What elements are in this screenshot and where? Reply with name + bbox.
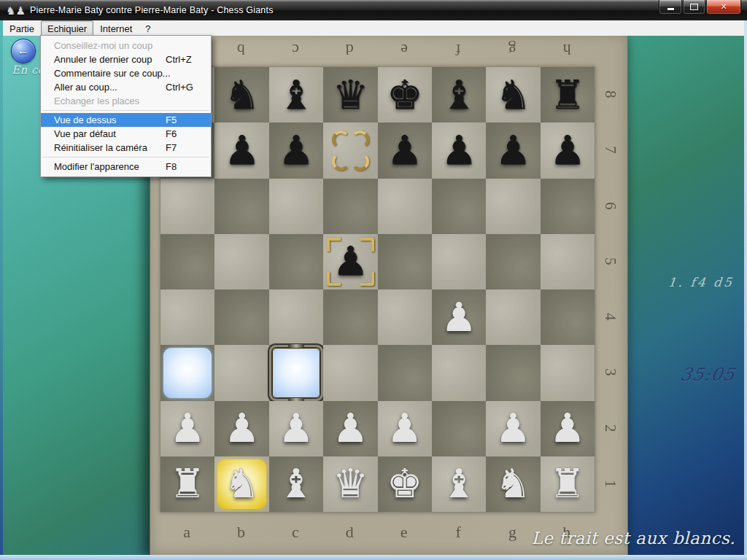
window-border-right: [744, 20, 747, 560]
menu-item[interactable]: Annuler le dernier coupCtrl+Z: [41, 52, 211, 66]
square-b5[interactable]: [214, 234, 268, 289]
square-e3[interactable]: [378, 345, 432, 400]
square-g3[interactable]: [486, 345, 540, 400]
menubar-item-echiquier[interactable]: Echiquier: [41, 20, 93, 36]
square-a4[interactable]: [160, 289, 214, 345]
square-c1[interactable]: ♝: [269, 456, 323, 512]
square-b1[interactable]: ♞: [214, 456, 268, 512]
square-b7[interactable]: ♟: [214, 122, 268, 178]
square-g5[interactable]: [486, 234, 540, 289]
square-d1[interactable]: ♛: [323, 456, 377, 512]
square-f1[interactable]: ♝: [432, 456, 486, 512]
window-title: Pierre-Marie Baty contre Pierre-Marie Ba…: [30, 5, 274, 15]
square-g2[interactable]: ♟: [486, 401, 540, 456]
maximize-button[interactable]: [683, 0, 705, 15]
title-bar[interactable]: ♞♟ Pierre-Marie Baty contre Pierre-Marie…: [0, 0, 747, 21]
menu-item-label: Vue par défaut: [54, 128, 166, 139]
square-f2[interactable]: [432, 401, 486, 456]
square-c5[interactable]: [269, 234, 323, 289]
square-a6[interactable]: [160, 179, 214, 234]
maximize-icon: [690, 4, 698, 10]
file-label-c: c: [268, 511, 322, 553]
file-label-c: c: [268, 36, 322, 66]
menu-item[interactable]: Vue par défautF6: [41, 127, 211, 141]
square-d2[interactable]: ♟: [323, 401, 377, 456]
piece-white-pawn: ♟: [214, 401, 268, 456]
close-button[interactable]: ✕: [706, 0, 741, 15]
piece-white-pawn: ♟: [378, 401, 432, 456]
chess-board[interactable]: abcdefgh ♜♞♝♛♚♝♞♜♟♟♟♟♟♟♟♟♟♟♟♟♟♟♟♟♜♞♝♛♚♝♞…: [150, 36, 628, 555]
square-c4[interactable]: [269, 289, 323, 345]
square-g4[interactable]: [486, 289, 540, 345]
square-e1[interactable]: ♚: [378, 456, 432, 512]
square-d6[interactable]: [323, 179, 377, 234]
piece-white-king: ♚: [378, 456, 432, 512]
minimize-icon: [667, 8, 674, 10]
square-e6[interactable]: [378, 179, 432, 234]
last-move-corner-marker: [327, 238, 341, 252]
square-e2[interactable]: ♟: [378, 401, 432, 456]
square-d7[interactable]: [323, 122, 377, 178]
square-g1[interactable]: ♞: [486, 456, 540, 512]
menu-item[interactable]: Modifier l'apparenceF8: [41, 160, 211, 174]
rank-labels-right: 87654321: [594, 66, 627, 511]
square-c6[interactable]: [269, 179, 323, 234]
square-f5[interactable]: [432, 234, 486, 289]
menubar-item-internet[interactable]: Internet: [93, 20, 139, 36]
last-move-corner-marker: [360, 272, 374, 286]
menu-item[interactable]: Aller au coup...Ctrl+G: [41, 80, 211, 94]
square-a3[interactable]: [160, 345, 214, 400]
square-e4[interactable]: [378, 289, 432, 345]
square-b4[interactable]: [214, 289, 268, 345]
minimize-button[interactable]: [659, 0, 682, 15]
square-a1[interactable]: ♜: [160, 456, 214, 512]
piece-black-knight: ♞: [214, 67, 268, 122]
square-f3[interactable]: [432, 345, 486, 400]
square-f4[interactable]: ♟: [432, 289, 486, 345]
square-d8[interactable]: ♛: [323, 67, 377, 122]
file-label-b: b: [214, 36, 268, 66]
square-c7[interactable]: ♟: [269, 122, 323, 178]
square-e5[interactable]: [378, 234, 432, 289]
square-f8[interactable]: ♝: [432, 67, 486, 122]
square-e8[interactable]: ♚: [378, 67, 432, 122]
back-button[interactable]: ←: [11, 39, 36, 63]
piece-white-queen: ♛: [323, 456, 377, 512]
rank-label-8: 8: [583, 77, 638, 111]
menu-item-shortcut: F8: [166, 161, 204, 172]
square-c8[interactable]: ♝: [269, 67, 323, 122]
file-label-g: g: [485, 36, 539, 66]
square-b2[interactable]: ♟: [214, 401, 268, 456]
file-label-e: e: [377, 511, 431, 553]
piece-white-knight: ♞: [486, 456, 540, 512]
square-b3[interactable]: [214, 345, 268, 400]
square-g7[interactable]: ♟: [486, 122, 540, 178]
back-arrow-icon: ←: [18, 44, 30, 58]
square-a5[interactable]: [160, 234, 214, 289]
piece-black-pawn: ♟: [269, 122, 323, 178]
menubar-item-partie[interactable]: Partie: [3, 20, 41, 36]
menu-item[interactable]: Vue de dessusF5: [41, 113, 211, 127]
square-b6[interactable]: [214, 179, 268, 234]
square-a2[interactable]: ♟: [160, 401, 214, 456]
square-d5[interactable]: ♟: [323, 234, 377, 289]
square-g8[interactable]: ♞: [486, 67, 540, 122]
piece-black-pawn: ♟: [214, 122, 268, 178]
rank-label-4: 4: [583, 300, 638, 333]
square-d3[interactable]: [323, 345, 377, 400]
square-d4[interactable]: [323, 289, 377, 345]
menu-item-shortcut: F6: [166, 128, 204, 139]
square-e7[interactable]: ♟: [378, 122, 432, 178]
square-b8[interactable]: ♞: [214, 67, 268, 122]
menu-item-label: Conseillez-moi un coup: [54, 40, 166, 51]
file-label-b: b: [214, 511, 268, 553]
square-c2[interactable]: ♟: [269, 401, 323, 456]
square-g6[interactable]: [486, 179, 540, 234]
file-labels-bottom: abcdefgh: [160, 511, 594, 553]
menu-item[interactable]: Réinitialiser la caméraF7: [41, 141, 211, 155]
square-f6[interactable]: [432, 179, 486, 234]
square-f7[interactable]: ♟: [432, 122, 486, 178]
square-c3[interactable]: [269, 345, 323, 400]
menubar-item-?[interactable]: ?: [139, 20, 157, 36]
menu-item[interactable]: Commentaire sur ce coup...: [41, 66, 211, 80]
